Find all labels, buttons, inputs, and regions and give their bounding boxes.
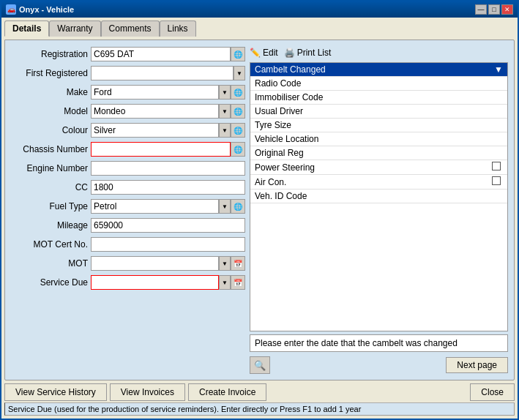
row-value: [346, 160, 485, 175]
row-label: Usual Driver: [250, 105, 346, 119]
right-bottom-bar: 🔍 Next page: [250, 356, 508, 374]
mileage-label: Mileage: [11, 220, 88, 230]
fuel-dropdown-icon[interactable]: ▼: [219, 199, 231, 214]
edit-button[interactable]: ✏️ Edit: [250, 48, 278, 58]
model-input[interactable]: [91, 104, 219, 119]
title-controls: — □ ✕: [475, 4, 513, 15]
colour-dropdown-icon[interactable]: ▼: [219, 123, 231, 138]
print-list-button[interactable]: 🖨️ Print List: [284, 48, 332, 58]
table-row[interactable]: Usual Driver: [250, 105, 507, 119]
search-button[interactable]: 🔍: [250, 356, 270, 374]
table-row[interactable]: Radio Code: [250, 77, 507, 91]
info-table-wrap: Cambelt Changed ▼ Radio Code Immobiliser…: [250, 62, 508, 331]
next-page-button[interactable]: Next page: [446, 357, 508, 373]
colour-input[interactable]: [91, 123, 219, 138]
fuel-input[interactable]: [91, 199, 219, 214]
chassis-search-icon[interactable]: 🌐: [231, 142, 245, 157]
title-bar-left: 🚗 Onyx - Vehicle: [6, 4, 74, 15]
cc-row: CC: [11, 179, 245, 195]
mot-calendar-icon[interactable]: 📅: [231, 256, 245, 271]
cc-label: CC: [11, 182, 88, 192]
table-row[interactable]: Power Steering: [250, 160, 507, 175]
table-row[interactable]: Tyre Size: [250, 119, 507, 132]
mot-label: MOT: [11, 258, 88, 269]
service-due-calendar-icon[interactable]: 📅: [231, 275, 245, 290]
make-input-group: ▼ 🌐: [91, 85, 245, 100]
tab-comments[interactable]: Comments: [101, 20, 160, 37]
registration-input[interactable]: [91, 47, 231, 61]
mot-input-group: ▼ 📅: [91, 256, 245, 271]
minimize-button[interactable]: —: [475, 4, 487, 15]
make-dropdown-icon[interactable]: ▼: [219, 85, 231, 100]
mot-dropdown-icon[interactable]: ▼: [219, 256, 231, 271]
row-label: Radio Code: [250, 77, 346, 91]
title-bar: 🚗 Onyx - Vehicle — □ ✕: [1, 1, 518, 18]
bottom-left-buttons: View Service History View Invoices Creat…: [4, 383, 266, 401]
first-registered-input-group: ▼: [91, 66, 245, 80]
row-value: [346, 146, 485, 160]
view-invoices-button[interactable]: View Invoices: [110, 383, 185, 401]
tab-details[interactable]: Details: [4, 20, 49, 37]
create-invoice-button[interactable]: Create Invoice: [188, 383, 266, 401]
model-dropdown-icon[interactable]: ▼: [219, 104, 231, 119]
engine-row: Engine Number: [11, 160, 245, 176]
print-icon: 🖨️: [284, 48, 295, 58]
colour-row: Colour ▼ 🌐: [11, 122, 245, 138]
row-value: [346, 63, 485, 77]
table-row[interactable]: Cambelt Changed ▼: [250, 63, 507, 77]
bottom-bar: View Service History View Invoices Creat…: [4, 380, 515, 401]
table-row[interactable]: Immobiliser Code: [250, 91, 507, 105]
first-registered-dropdown-icon[interactable]: ▼: [234, 66, 245, 80]
status-bar: Service Due (used for the production of …: [4, 402, 515, 416]
row-value: [346, 119, 485, 132]
main-window: 🚗 Onyx - Vehicle — □ ✕ Details Warranty …: [0, 0, 519, 420]
row-label: Vehicle Location: [250, 132, 346, 146]
row-value: [346, 175, 485, 190]
fuel-input-group: ▼ 🌐: [91, 199, 245, 214]
row-dropdown[interactable]: ▼: [485, 63, 507, 77]
hint-box: Please enter the date that the cambelt w…: [250, 334, 508, 352]
first-registered-label: First Registered: [11, 68, 88, 78]
registration-label: Registration: [11, 49, 88, 59]
maximize-button[interactable]: □: [488, 4, 500, 15]
row-label: Immobiliser Code: [250, 91, 346, 105]
tab-links[interactable]: Links: [160, 20, 196, 37]
make-row: Make ▼ 🌐: [11, 84, 245, 100]
power-steering-checkbox[interactable]: [485, 160, 507, 175]
mileage-row: Mileage: [11, 217, 245, 233]
engine-input[interactable]: [91, 161, 245, 176]
make-input[interactable]: [91, 85, 219, 100]
colour-search-icon[interactable]: 🌐: [231, 123, 245, 138]
make-search-icon[interactable]: 🌐: [231, 85, 245, 100]
tab-warranty[interactable]: Warranty: [49, 20, 100, 37]
table-row[interactable]: Original Reg: [250, 146, 507, 160]
fuel-search-icon[interactable]: 🌐: [231, 199, 245, 214]
first-registered-input[interactable]: [91, 66, 234, 80]
mot-row: MOT ▼ 📅: [11, 255, 245, 271]
right-panel: ✏️ Edit 🖨️ Print List Cambelt Changed ▼: [250, 46, 508, 374]
air-con-checkbox[interactable]: [485, 175, 507, 190]
row-value: [346, 105, 485, 119]
model-search-icon[interactable]: 🌐: [231, 104, 245, 119]
close-button[interactable]: Close: [470, 383, 515, 401]
mileage-input[interactable]: [91, 218, 245, 233]
mot-cert-input[interactable]: [91, 237, 245, 252]
service-due-input[interactable]: [91, 275, 219, 290]
window-close-button[interactable]: ✕: [501, 4, 513, 15]
service-due-input-group: ▼ 📅: [91, 275, 245, 290]
view-service-history-button[interactable]: View Service History: [4, 383, 107, 401]
table-row[interactable]: Air Con.: [250, 175, 507, 190]
table-row[interactable]: Veh. ID Code: [250, 190, 507, 203]
service-due-dropdown-icon[interactable]: ▼: [219, 275, 231, 290]
make-label: Make: [11, 87, 88, 97]
model-input-group: ▼ 🌐: [91, 104, 245, 119]
table-row[interactable]: Vehicle Location: [250, 132, 507, 146]
row-value: [346, 77, 485, 91]
mot-input[interactable]: [91, 256, 219, 271]
cc-input[interactable]: [91, 180, 245, 195]
model-label: Model: [11, 106, 88, 116]
registration-search-icon[interactable]: 🌐: [231, 47, 245, 61]
status-text: Service Due (used for the production of …: [8, 405, 361, 413]
mot-cert-label: MOT Cert No.: [11, 239, 88, 250]
chassis-input[interactable]: [91, 142, 231, 157]
